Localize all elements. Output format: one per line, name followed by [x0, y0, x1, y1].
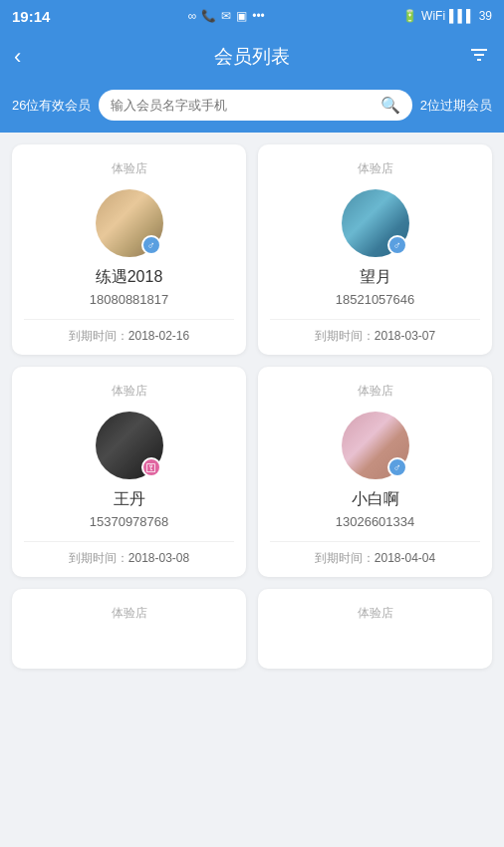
app-header: ‹ 会员列表 [0, 32, 504, 82]
member-name: 练遇2018 [96, 267, 163, 288]
dots-icon: ••• [252, 9, 265, 23]
avatar-wrapper: ⚿ [96, 412, 163, 479]
card-divider [270, 541, 480, 542]
shop-label: 体验店 [358, 383, 393, 400]
card-divider [24, 319, 234, 320]
gender-male-icon: ♂ [387, 235, 407, 255]
member-card[interactable]: 体验店 ⚿ 王丹 15370978768 到期时间：2018-03-08 [12, 367, 246, 577]
expire-info: 到期时间：2018-03-07 [315, 328, 435, 355]
member-name: 小白啊 [352, 489, 399, 510]
gender-male-icon: ♂ [141, 235, 161, 255]
call-icon: 📞 [201, 9, 216, 23]
card-divider [270, 319, 480, 320]
gender-male-icon: ♂ [387, 457, 407, 477]
avatar-wrapper: ♂ [96, 189, 163, 257]
expire-info: 到期时间：2018-03-08 [69, 550, 189, 577]
member-card[interactable]: 体验店 ♂ 望月 18521057646 到期时间：2018-03-07 [258, 144, 492, 355]
expire-date: 2018-03-08 [128, 551, 189, 565]
member-phone: 15370978768 [90, 514, 169, 529]
partial-shop-label: 体验店 [112, 605, 147, 622]
shop-label: 体验店 [358, 160, 393, 177]
cast-icon: ▣ [236, 9, 247, 23]
shop-label: 体验店 [112, 160, 147, 177]
expire-date: 2018-02-16 [128, 329, 189, 343]
active-members-count: 26位有效会员 [12, 97, 91, 115]
partial-cards-row: 体验店 体验店 [0, 589, 504, 681]
expire-info: 到期时间：2018-04-04 [315, 550, 435, 577]
search-icon: 🔍 [380, 96, 400, 115]
expired-members-count: 2位过期会员 [420, 97, 492, 115]
expire-date: 2018-04-04 [375, 551, 435, 565]
signal-icon: ▌▌▌ [449, 9, 475, 23]
member-card[interactable]: 体验店 ♂ 练遇2018 18080881817 到期时间：2018-02-16 [12, 144, 246, 355]
key-icon: ⚿ [141, 457, 161, 477]
member-phone: 18521057646 [336, 292, 415, 307]
battery-level: 39 [479, 9, 492, 23]
avatar-wrapper: ♂ [342, 412, 409, 479]
infinity-icon: ∞ [188, 9, 197, 23]
search-input[interactable] [111, 98, 374, 113]
member-name: 王丹 [114, 489, 145, 510]
partial-member-card[interactable]: 体验店 [12, 589, 246, 669]
search-box[interactable]: 🔍 [99, 90, 411, 121]
partial-member-card[interactable]: 体验店 [258, 589, 492, 669]
back-button[interactable]: ‹ [14, 44, 44, 70]
status-bar: 19:14 ∞ 📞 ✉ ▣ ••• 🔋 WiFi ▌▌▌ 39 [0, 0, 504, 32]
card-divider [24, 541, 234, 542]
message-icon: ✉ [221, 9, 231, 23]
battery-icon: 🔋 [402, 9, 417, 23]
member-phone: 18080881817 [90, 292, 169, 307]
avatar-wrapper: ♂ [342, 189, 409, 257]
member-card[interactable]: 体验店 ♂ 小白啊 13026601334 到期时间：2018-04-04 [258, 367, 492, 577]
status-icons: ∞ 📞 ✉ ▣ ••• [188, 9, 265, 23]
member-phone: 13026601334 [336, 514, 415, 529]
partial-shop-label: 体验店 [358, 605, 393, 622]
shop-label: 体验店 [112, 383, 147, 400]
member-name: 望月 [360, 267, 391, 288]
search-row: 26位有效会员 🔍 2位过期会员 [0, 82, 504, 133]
expire-info: 到期时间：2018-02-16 [69, 328, 189, 355]
wifi-icon: WiFi [421, 9, 445, 23]
status-time: 19:14 [12, 8, 50, 25]
members-grid: 体验店 ♂ 练遇2018 18080881817 到期时间：2018-02-16… [0, 133, 504, 589]
expire-date: 2018-03-07 [375, 329, 435, 343]
status-right: 🔋 WiFi ▌▌▌ 39 [402, 9, 492, 23]
page-title: 会员列表 [44, 44, 460, 70]
filter-button[interactable] [460, 44, 490, 71]
